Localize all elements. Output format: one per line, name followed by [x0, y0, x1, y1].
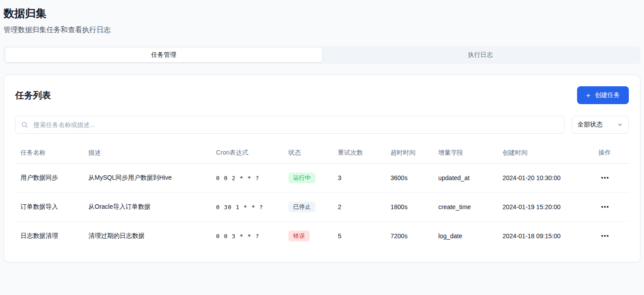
- incremental-field-cell: create_time: [433, 193, 497, 222]
- tab-execution-logs[interactable]: 执行日志: [322, 48, 639, 62]
- retries-cell: 2: [332, 193, 385, 222]
- chevron-down-icon: [617, 122, 623, 128]
- page-title: 数据归集: [4, 6, 640, 21]
- data-collection-page: 数据归集 管理数据归集任务和查看执行日志 任务管理 执行日志 任务列表 + 创建…: [0, 6, 644, 262]
- cron-expression-cell: 0 0 3 * * ?: [211, 222, 283, 251]
- timeout-cell: 7200s: [385, 222, 433, 251]
- task-description-cell: 从Oracle导入订单数据: [83, 193, 211, 222]
- task-description-cell: 从MySQL同步用户数据到Hive: [83, 164, 211, 193]
- retries-cell: 3: [332, 164, 385, 193]
- search-box: [15, 116, 565, 134]
- create-task-button[interactable]: + 创建任务: [577, 86, 629, 104]
- table-row: 日志数据清理 清理过期的日志数据 0 0 3 * * ? 错误 5 7200s …: [15, 222, 629, 251]
- col-cron: Cron表达式: [211, 143, 283, 164]
- col-description: 描述: [83, 143, 211, 164]
- create-task-label: 创建任务: [595, 91, 620, 99]
- task-name-cell: 订单数据导入: [15, 193, 83, 222]
- status-filter-value: 全部状态: [578, 121, 602, 129]
- page-subtitle: 管理数据归集任务和查看执行日志: [4, 25, 640, 35]
- status-filter-select[interactable]: 全部状态: [572, 116, 629, 134]
- toolbar: 全部状态: [15, 116, 629, 134]
- search-icon: [21, 121, 28, 128]
- table-row: 订单数据导入 从Oracle导入订单数据 0 30 1 * * ? 已停止 2 …: [15, 193, 629, 222]
- table-row: 用户数据同步 从MySQL同步用户数据到Hive 0 0 2 * * ? 运行中…: [15, 164, 629, 193]
- incremental-field-cell: updated_at: [433, 164, 497, 193]
- task-name-cell: 用户数据同步: [15, 164, 83, 193]
- card-header: 任务列表 + 创建任务: [15, 86, 629, 104]
- timeout-cell: 1800s: [385, 193, 433, 222]
- status-badge: 运行中: [288, 173, 316, 183]
- cron-expression-cell: 0 30 1 * * ?: [211, 193, 283, 222]
- task-list-card: 任务列表 + 创建任务 全部状态: [4, 75, 640, 262]
- created-at-cell: 2024-01-20 10:30:00: [497, 164, 591, 193]
- timeout-cell: 3600s: [385, 164, 433, 193]
- status-cell: 已停止: [283, 193, 332, 222]
- more-horizontal-icon: ⋯: [601, 202, 609, 211]
- incremental-field-cell: log_date: [433, 222, 497, 251]
- row-actions-button[interactable]: ⋯: [599, 231, 611, 241]
- tabs-bar: 任务管理 执行日志: [4, 46, 640, 64]
- created-at-cell: 2024-01-19 15:20:00: [497, 193, 591, 222]
- status-cell: 错误: [283, 222, 332, 251]
- more-horizontal-icon: ⋯: [601, 173, 609, 182]
- col-task-name: 任务名称: [15, 143, 83, 164]
- task-table-body: 用户数据同步 从MySQL同步用户数据到Hive 0 0 2 * * ? 运行中…: [15, 164, 629, 251]
- more-horizontal-icon: ⋯: [601, 232, 609, 240]
- status-cell: 运行中: [283, 164, 332, 193]
- col-created-at: 创建时间: [497, 143, 591, 164]
- row-actions-button[interactable]: ⋯: [599, 173, 611, 183]
- search-input[interactable]: [15, 116, 565, 134]
- tab-task-management[interactable]: 任务管理: [5, 48, 322, 62]
- actions-cell: ⋯: [591, 164, 629, 193]
- cron-expression-cell: 0 0 2 * * ?: [211, 164, 283, 193]
- status-badge: 已停止: [288, 202, 316, 212]
- created-at-cell: 2024-01-18 09:15:00: [497, 222, 591, 251]
- row-actions-button[interactable]: ⋯: [599, 202, 611, 212]
- col-retries: 重试次数: [332, 143, 385, 164]
- status-badge: 错误: [288, 231, 310, 241]
- col-incremental-field: 增量字段: [433, 143, 497, 164]
- task-description-cell: 清理过期的日志数据: [83, 222, 211, 251]
- task-table: 任务名称 描述 Cron表达式 状态 重试次数 超时时间 增量字段 创建时间 操…: [15, 143, 629, 251]
- task-name-cell: 日志数据清理: [15, 222, 83, 251]
- col-timeout: 超时时间: [385, 143, 433, 164]
- plus-icon: +: [586, 92, 590, 99]
- actions-cell: ⋯: [591, 222, 629, 251]
- col-actions: 操作: [591, 143, 629, 164]
- actions-cell: ⋯: [591, 193, 629, 222]
- col-status: 状态: [283, 143, 332, 164]
- table-header-row: 任务名称 描述 Cron表达式 状态 重试次数 超时时间 增量字段 创建时间 操…: [15, 143, 629, 164]
- retries-cell: 5: [332, 222, 385, 251]
- card-title: 任务列表: [15, 89, 51, 101]
